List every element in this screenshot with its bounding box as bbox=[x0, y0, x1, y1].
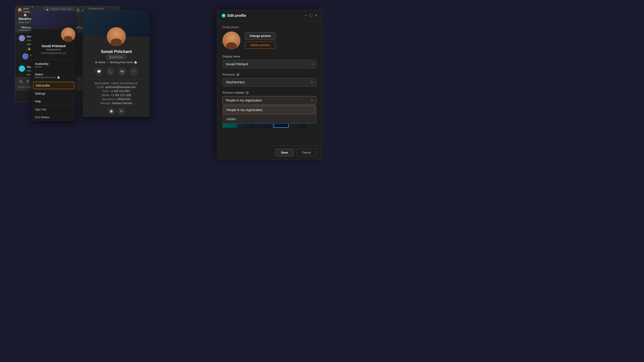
dept-value: 555024101 bbox=[118, 98, 131, 101]
preview-more-btn[interactable]: ⋯ bbox=[130, 67, 138, 75]
add-btn[interactable]: + bbox=[76, 8, 80, 12]
pronoun-visibility-section: Pronoun visibility i People in my organi… bbox=[222, 91, 316, 105]
menu-item-status[interactable]: Status Working from home 🏠 › bbox=[31, 70, 76, 81]
status-chevron: › bbox=[72, 74, 72, 77]
clear-icon[interactable]: × bbox=[311, 62, 313, 66]
msg-name-you: You bbox=[27, 65, 32, 69]
preview-mobile-row: Mobile: +1 555 123 1200 bbox=[87, 94, 145, 97]
menu-item-availability-content: Availability Active bbox=[35, 62, 72, 68]
pronoun-visibility-select[interactable]: People in my organization ∨ bbox=[222, 96, 316, 105]
preview-manager-row: Manager: Barbara German bbox=[87, 102, 145, 105]
change-picture-btn[interactable]: Change picture bbox=[245, 32, 276, 39]
display-name-section: Display name Sonali Pritchard × bbox=[222, 55, 316, 68]
preview-chat-btn[interactable]: 💬 bbox=[95, 67, 103, 75]
help-label: Help bbox=[35, 100, 41, 103]
status-location: Working from home 🏠 bbox=[110, 61, 137, 64]
picture-avatar-face bbox=[222, 31, 240, 49]
menu-item-sign-out[interactable]: Sign Out bbox=[31, 105, 76, 113]
titlebar-avatar bbox=[18, 8, 22, 12]
preview-email-row: Email: spritchard@example.com bbox=[87, 86, 145, 89]
menu-item-help[interactable]: Help › bbox=[31, 97, 76, 105]
pronouns-select[interactable]: She/Her/Hers ∨ bbox=[222, 78, 316, 86]
preview-divider bbox=[86, 79, 146, 79]
panel-body: Profile picture Change picture Delete pi… bbox=[217, 21, 322, 144]
menu-item-status-content: Status Working from home 🏠 bbox=[35, 73, 72, 79]
pronouns-value: She/Her/Hers bbox=[226, 80, 245, 84]
preview-home-btn[interactable]: 🏠 bbox=[108, 107, 115, 115]
panel-header: W Edit profile − □ × bbox=[217, 10, 322, 21]
display-name-input[interactable]: Sonali Pritchard × bbox=[222, 60, 316, 68]
panel-close-btn[interactable]: × bbox=[315, 13, 317, 18]
panel-minimize-btn[interactable]: − bbox=[305, 13, 307, 18]
dropdown-option-org[interactable]: People in my organization bbox=[224, 106, 315, 114]
preview-status: Active • Working from home 🏠 bbox=[83, 61, 150, 64]
preview-call-btn[interactable]: 📞 bbox=[106, 67, 114, 75]
pronouns-section: Pronouns i She/Her/Hers ∨ bbox=[222, 73, 316, 86]
preview-avatar-container bbox=[83, 26, 150, 47]
help-chevron: › bbox=[72, 100, 72, 103]
status-value: Working from home 🏠 bbox=[35, 76, 72, 79]
status-indicator: Active bbox=[95, 61, 105, 64]
msg-avatar-umar bbox=[19, 35, 25, 41]
dept-label: Department: bbox=[102, 98, 116, 101]
menu-item-availability[interactable]: Availability Active › bbox=[31, 60, 76, 70]
settings-label: Settings bbox=[35, 92, 46, 95]
cancel-btn[interactable]: Cancel bbox=[296, 149, 316, 156]
delete-picture-btn[interactable]: Delete picture bbox=[245, 41, 276, 49]
mobile-label: Mobile: bbox=[102, 94, 110, 97]
preview-pronouns-badge: She/Her/Hers bbox=[83, 55, 150, 59]
display-name-value: Sonali Pritchard bbox=[226, 62, 248, 66]
picture-avatar bbox=[222, 31, 240, 49]
preview-name: Sonali Pritchard bbox=[83, 49, 150, 54]
pronouns-badge: She/Her/Hers bbox=[106, 55, 126, 59]
email-label: Email: bbox=[97, 86, 104, 89]
dropdown-option-hidden[interactable]: Hidden bbox=[223, 115, 316, 124]
profile-preview: Sonali Pritchard She/Her/Hers Active • W… bbox=[83, 10, 150, 117]
menu-item-settings[interactable]: Settings bbox=[31, 90, 76, 97]
preview-email-btn[interactable]: ✉ bbox=[118, 107, 125, 115]
preview-video-btn[interactable]: 📷 bbox=[118, 67, 126, 75]
profile-picture-label: Profile picture bbox=[222, 26, 316, 29]
status-label: Status bbox=[35, 73, 72, 76]
panel-footer: Save Cancel bbox=[217, 145, 322, 159]
picture-row: Change picture Delete picture bbox=[222, 31, 316, 49]
profile-card: Sonali Pritchard She/Her/Hers spritchard… bbox=[31, 11, 76, 121]
pronoun-visibility-info-icon[interactable]: i bbox=[246, 91, 249, 94]
pronoun-visibility-label: Pronoun visibility bbox=[222, 91, 244, 94]
avatar-face-card bbox=[61, 27, 75, 42]
display-name-label: Display name bbox=[222, 55, 316, 58]
pronouns-info-icon[interactable]: i bbox=[236, 73, 240, 76]
pronoun-visibility-value: People in my organization bbox=[226, 98, 262, 102]
menu-item-edit-profile[interactable]: Edit profile bbox=[33, 82, 74, 89]
preview-avatar-face bbox=[107, 27, 126, 46]
menu-divider-2 bbox=[33, 81, 74, 81]
email-value: spritchard@example.com bbox=[105, 86, 136, 89]
panel-maximize-btn[interactable]: □ bbox=[310, 13, 312, 18]
preview-footer: 🏠 ✉ bbox=[83, 107, 150, 116]
pronouns-label-row: Pronouns i bbox=[222, 73, 316, 76]
monitor-btn[interactable]: 🖥 bbox=[25, 79, 30, 84]
panel-window-controls: − □ × bbox=[305, 13, 317, 18]
profile-card-header-bg bbox=[31, 11, 76, 29]
preview-work-row: Work: +1 555 123 4567 bbox=[87, 90, 145, 93]
dropdown-option-hidden-text: Hidden bbox=[226, 117, 236, 121]
dropdown-option-org-text: People in my organization bbox=[226, 108, 262, 112]
mobile-value: +1 555 123 1200 bbox=[111, 94, 131, 97]
menu-item-exit[interactable]: Exit Webex bbox=[31, 113, 76, 121]
preview-dept-row: Department: 555024101 bbox=[87, 98, 145, 101]
pronouns-chevron: ∨ bbox=[311, 80, 313, 84]
pronouns-label: Pronouns bbox=[222, 73, 235, 76]
pronoun-visibility-chevron: ∨ bbox=[311, 98, 313, 102]
menu-item-edit-content: Edit profile bbox=[36, 84, 50, 87]
preview-avatar bbox=[106, 26, 126, 47]
panel-title: Edit profile bbox=[228, 14, 305, 18]
pronoun-visibility-label-row: Pronoun visibility i bbox=[222, 91, 316, 94]
profile-picture-section: Profile picture Change picture Delete pi… bbox=[222, 26, 316, 49]
save-btn[interactable]: Save bbox=[276, 149, 294, 156]
msg-avatar-you bbox=[19, 65, 25, 72]
attachment-btn[interactable]: 📎 bbox=[18, 79, 24, 84]
profile-card-pronouns: She/Her/Hers bbox=[34, 48, 73, 51]
availability-chevron: › bbox=[72, 64, 72, 67]
webex-icon-header: W bbox=[222, 14, 226, 18]
profile-card-avatar-container bbox=[31, 29, 76, 38]
